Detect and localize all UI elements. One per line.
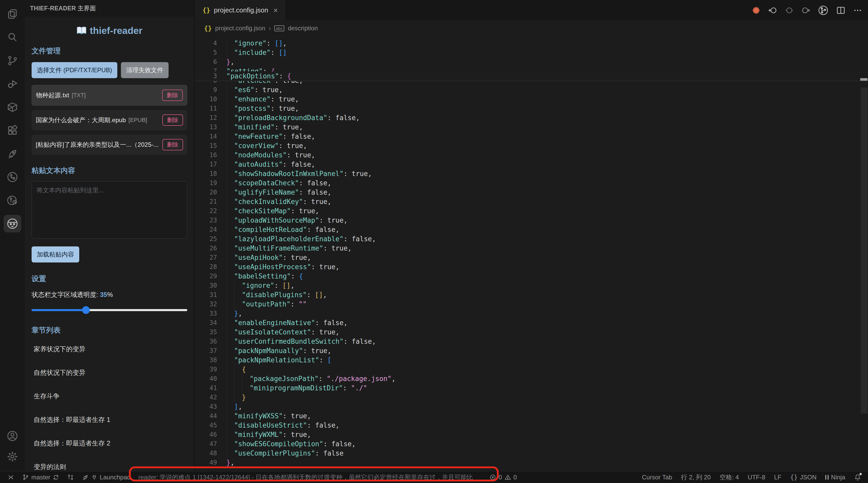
code-line[interactable]: 36"userConfirmedBundleSwitch": false, xyxy=(195,337,868,346)
extensions-icon[interactable] xyxy=(4,122,21,139)
split-editor-icon[interactable] xyxy=(836,5,846,15)
search-icon[interactable] xyxy=(4,29,21,46)
paste-textarea[interactable] xyxy=(32,181,187,239)
code-line[interactable]: 42} xyxy=(195,393,868,402)
file-item[interactable]: [粘贴内容]了原来的亲类型以及一...（2025-...删除 xyxy=(32,135,187,155)
code-line[interactable]: 24"compileHotReLoad": false, xyxy=(195,225,868,234)
code-line[interactable]: 48"useCompilerPlugins": false xyxy=(195,449,868,458)
code-line[interactable]: 33}, xyxy=(195,309,868,318)
slider-thumb[interactable] xyxy=(82,306,90,314)
package-icon[interactable] xyxy=(4,98,21,116)
nav-dot-icon[interactable] xyxy=(785,6,794,15)
git-graph-icon[interactable] xyxy=(4,168,21,186)
code-line[interactable]: 31"disablePlugins": [], xyxy=(195,290,868,299)
code-line[interactable]: 21"checkInvalidKey": true, xyxy=(195,197,868,206)
select-file-button[interactable]: 选择文件 (PDF/TXT/EPUB) xyxy=(32,62,117,78)
code-line[interactable]: 11"postcss": true, xyxy=(195,104,868,113)
code-line[interactable]: 10"enhance": true, xyxy=(195,94,868,104)
code-line[interactable]: 29"babelSetting": { xyxy=(195,271,868,281)
problems-status[interactable]: 0 0 xyxy=(489,474,517,481)
file-item[interactable]: 国家为什么会破产：大周期.epub[EPUB]删除 xyxy=(32,110,187,130)
chapter-item[interactable]: 自然选择：即最适者生存 1 xyxy=(32,408,187,431)
editor-scrollbar[interactable] xyxy=(861,88,867,414)
opacity-slider[interactable] xyxy=(32,306,187,314)
git-compare-status[interactable] xyxy=(67,474,74,481)
code-area[interactable]: 4"ignore": [],5"include": []6},7"setting… xyxy=(195,36,868,471)
code-line[interactable]: 5"include": [] xyxy=(195,48,868,57)
delete-file-button[interactable]: 删除 xyxy=(162,90,183,101)
code-line[interactable]: 41"miniprogramNpmDistDir": "./" xyxy=(195,383,868,393)
remote-indicator[interactable] xyxy=(7,474,14,481)
ninja-reader-icon[interactable] xyxy=(4,215,21,232)
encoding-status[interactable]: UTF-8 xyxy=(748,474,765,481)
code-line[interactable]: 39{ xyxy=(195,365,868,374)
code-line[interactable]: 13"minified": true, xyxy=(195,122,868,132)
code-line[interactable]: 34"enableEngineNative": false, xyxy=(195,318,868,327)
git-branch-status[interactable]: master xyxy=(22,474,59,481)
code-line[interactable]: 9"es6": true, xyxy=(195,85,868,94)
code-line[interactable]: 19"scopeDataCheck": false, xyxy=(195,178,868,188)
launchpad-status[interactable]: Launchpad xyxy=(82,474,130,481)
chapter-item[interactable]: 变异的法则 xyxy=(32,455,187,471)
code-line[interactable]: 20"uglifyFileName": false, xyxy=(195,188,868,197)
nav-back-icon[interactable] xyxy=(768,6,777,15)
code-line[interactable]: 40"packageJsonPath": "./package.json", xyxy=(195,374,868,383)
code-line[interactable]: 26"useMultiFrameRuntime": true, xyxy=(195,244,868,253)
delete-file-button[interactable]: 删除 xyxy=(162,115,183,126)
code-line[interactable]: 15"coverView": true, xyxy=(195,141,868,150)
load-paste-button[interactable]: 加载粘贴内容 xyxy=(32,247,79,262)
code-line[interactable]: 6}, xyxy=(195,57,868,67)
git-history-icon[interactable] xyxy=(4,192,21,209)
breadcrumb-symbol[interactable]: description xyxy=(288,25,318,32)
code-line[interactable]: 49}, xyxy=(195,458,868,467)
tab-project-config-json[interactable]: {} project.config.json × xyxy=(195,0,286,21)
reader-status-text[interactable]: reader: 学说的难点 1 [1342-1422/12644] - 日在各地… xyxy=(138,473,483,481)
eol-status[interactable]: LF xyxy=(774,474,781,481)
file-item[interactable]: 物种起源.txt[TXT]删除 xyxy=(32,85,187,106)
cursor-tab-status[interactable]: Cursor Tab xyxy=(642,474,672,481)
code-line[interactable]: 32"outputPath": "" xyxy=(195,299,868,309)
code-line[interactable]: 47"showES6CompileOption": false, xyxy=(195,439,868,449)
run-debug-icon[interactable] xyxy=(4,75,21,93)
chapter-item[interactable]: 自然选择：即最适者生存 2 xyxy=(32,431,187,455)
code-line[interactable]: 23"uploadWithSourceMap": true, xyxy=(195,216,868,225)
breadcrumb-file[interactable]: project.config.json xyxy=(215,25,265,32)
code-line[interactable]: 3"packOptions": { xyxy=(195,71,860,81)
code-line[interactable]: 18"showShadowRootInWxmlPanel": true, xyxy=(195,169,868,178)
ninja-status[interactable]: Ninja xyxy=(825,474,845,481)
chapter-item[interactable]: 自然状况下的变异 xyxy=(32,361,187,384)
chapter-item[interactable]: 生存斗争 xyxy=(32,384,187,408)
code-line[interactable]: 28"useApiHostProcess": true, xyxy=(195,262,868,271)
code-line[interactable]: 45"disableUseStrict": false, xyxy=(195,421,868,430)
code-line[interactable]: 22"checkSiteMap": true, xyxy=(195,206,868,216)
code-line[interactable]: 14"newFeature": false, xyxy=(195,132,868,141)
line-col-status[interactable]: 行 2, 列 20 xyxy=(681,473,711,481)
clean-invalid-button[interactable]: 清理失效文件 xyxy=(121,62,168,78)
settings-gear-icon[interactable] xyxy=(4,448,21,465)
code-line[interactable]: 38"packNpmRelationList": [ xyxy=(195,355,868,365)
code-line[interactable]: 17"autoAudits": false, xyxy=(195,160,868,169)
run-graph-icon[interactable] xyxy=(818,5,829,16)
rocket-icon[interactable] xyxy=(4,145,21,163)
explorer-icon[interactable] xyxy=(4,5,21,23)
code-line[interactable]: 4"ignore": [], xyxy=(195,39,868,48)
source-control-icon[interactable] xyxy=(4,52,21,69)
sticky-scroll-row[interactable]: 3"packOptions": { xyxy=(195,71,860,81)
ai-starburst-icon[interactable] xyxy=(751,6,761,15)
chapter-item[interactable]: 家养状况下的变异 xyxy=(32,337,187,361)
nav-forward-icon[interactable] xyxy=(801,6,810,15)
more-actions-icon[interactable] xyxy=(853,6,862,15)
code-line[interactable]: 16"nodeModules": true, xyxy=(195,150,868,160)
code-line[interactable]: 46"minifyWXML": true, xyxy=(195,430,868,439)
code-line[interactable]: 35"useIsolateContext": true, xyxy=(195,327,868,337)
code-line[interactable]: 25"lazyloadPlaceholderEnable": false, xyxy=(195,234,868,244)
code-line[interactable]: 44"minifyWXSS": true, xyxy=(195,411,868,421)
code-line[interactable]: 37"packNpmManually": true, xyxy=(195,346,868,355)
language-status[interactable]: {} JSON xyxy=(790,474,816,481)
account-icon[interactable] xyxy=(4,427,21,445)
indent-status[interactable]: 空格: 4 xyxy=(720,473,739,481)
delete-file-button[interactable]: 删除 xyxy=(162,139,183,150)
code-line[interactable]: 12"preloadBackgroundData": false, xyxy=(195,113,868,122)
code-line[interactable]: 43], xyxy=(195,402,868,411)
notifications-bell[interactable] xyxy=(854,474,861,481)
